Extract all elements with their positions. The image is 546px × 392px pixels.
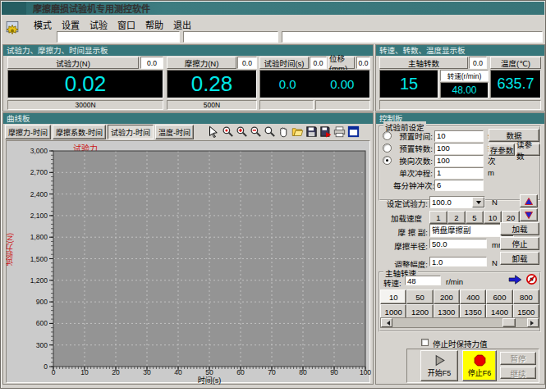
spindle-speed-label: 转速: <box>383 277 401 289</box>
friction-force-peak: 0.0 <box>237 57 257 69</box>
pretest-input-2[interactable]: 100 <box>434 143 484 154</box>
unload-button[interactable]: 卸载 <box>500 252 539 265</box>
export-icon[interactable] <box>319 125 332 138</box>
force-down-button[interactable] <box>520 208 538 221</box>
zoom-box-icon[interactable] <box>264 125 276 138</box>
friction-pair-value: 销盘摩擦副 <box>430 225 501 236</box>
force-up-button[interactable] <box>520 194 538 207</box>
menu-bar: 模式设置试验窗口帮助退出 <box>29 16 196 33</box>
spindle-speed-button-10[interactable]: 10 <box>380 289 406 304</box>
hold-force-checkbox[interactable] <box>421 339 429 346</box>
revolutions-peak: 0.0 <box>469 57 487 69</box>
speed-panel-header: 转速、转数、温度显示板 <box>376 45 544 56</box>
speed-display: 48.00 <box>440 82 489 98</box>
y-tick-label: 300 <box>23 341 48 349</box>
menu-item-1[interactable]: 模式 <box>29 16 57 33</box>
menu-item-5[interactable]: 帮助 <box>140 16 168 33</box>
y-tick-label: 1,500 <box>23 255 48 263</box>
start-play-icon <box>434 354 446 367</box>
scrollbar-right-icon[interactable] <box>527 318 539 327</box>
load-button[interactable]: 加载 <box>500 222 539 235</box>
pretest-label-4: 单次冲程: <box>393 167 433 179</box>
menu-item-6[interactable]: 退出 <box>168 16 196 33</box>
status-field-2 <box>183 31 278 43</box>
displacement-range-box <box>315 100 370 110</box>
force-panel-header: 试验力、摩擦力、时间显示板 <box>3 45 373 56</box>
spindle-stop-icon[interactable] <box>525 273 539 285</box>
revolutions-display: 15 <box>379 70 438 98</box>
spindle-start-icon[interactable] <box>508 274 523 285</box>
curve-tab-3[interactable]: 试验力-时间 <box>108 125 154 139</box>
pretest-input-1[interactable]: 10 <box>434 130 484 142</box>
start-button[interactable]: 开始F5 <box>420 350 458 381</box>
chart-plot[interactable] <box>53 151 365 367</box>
pan-hand-icon[interactable] <box>278 125 290 138</box>
y-tick-label: 600 <box>23 319 48 327</box>
load-speed-button-1[interactable]: 1 <box>429 211 447 224</box>
save-icon[interactable] <box>305 125 318 138</box>
set-force-value: 100.0 <box>430 197 472 207</box>
open-folder-icon[interactable] <box>291 125 304 138</box>
read-params-button[interactable]: 读参数 <box>516 144 540 156</box>
spindle-speed-button-800[interactable]: 800 <box>513 289 539 304</box>
spindle-speed-button-50[interactable]: 50 <box>406 289 433 304</box>
menu-item-4[interactable]: 窗口 <box>112 16 140 33</box>
temperature-label: 温度(℃) <box>490 57 541 69</box>
adjust-range-unit: N <box>492 258 498 267</box>
adjust-range-input[interactable]: 1.0 <box>429 257 487 267</box>
friction-radius-input[interactable]: 50.0 <box>429 239 487 248</box>
scrollbar-left-icon[interactable] <box>381 318 392 327</box>
zoom-out-icon[interactable] <box>250 125 262 138</box>
pretest-unit-3: 次 <box>488 155 496 166</box>
titlebar-left-segment <box>2 2 26 15</box>
stop-button[interactable]: 停止 <box>500 237 539 250</box>
window-icon[interactable] <box>347 125 360 138</box>
cursor-icon[interactable] <box>208 125 220 138</box>
pretest-label-2: 预置转数: <box>393 143 433 154</box>
set-force-label: 设定试验力: <box>379 198 428 209</box>
pause-button[interactable]: 暂停 <box>500 352 536 365</box>
y-tick-label: 1,800 <box>23 233 48 241</box>
pretest-radio-2[interactable] <box>383 144 392 153</box>
y-tick-label: 2,400 <box>23 190 48 198</box>
x-tick-label: 20 <box>106 368 126 376</box>
curve-tab-4[interactable]: 温度-时间 <box>155 125 194 139</box>
menu-item-3[interactable]: 试验 <box>85 16 112 33</box>
pretest-radio-1[interactable] <box>383 131 392 140</box>
app-icon[interactable] <box>3 18 21 41</box>
menu-item-2[interactable]: 设置 <box>57 16 85 33</box>
status-field-3 <box>282 31 543 43</box>
save-params-button[interactable]: 存参数 <box>489 144 515 156</box>
scrollbar-track[interactable] <box>392 318 527 327</box>
spindle-speed-input[interactable]: 48 <box>405 276 441 285</box>
scrollbar-thumb[interactable] <box>502 318 516 327</box>
zoom-in-icon[interactable] <box>236 125 248 138</box>
speed-panel-bottom-box <box>379 100 541 110</box>
load-speed-button-2[interactable]: 2 <box>447 211 466 224</box>
load-speed-button-5[interactable]: 5 <box>466 211 484 224</box>
pretest-input-4[interactable]: 1 <box>434 167 484 179</box>
print-icon[interactable] <box>333 125 346 138</box>
title-bar[interactable]: 摩擦磨损试验机专用测控软件 <box>2 2 544 15</box>
test-force-range: 3000N <box>7 100 163 110</box>
stop-run-button[interactable]: 停止F6 <box>462 350 497 381</box>
curve-tab-1[interactable]: 摩擦力-时间 <box>5 125 51 139</box>
zoom-full-icon[interactable] <box>222 125 234 138</box>
spindle-speed-button-400[interactable]: 400 <box>460 289 486 304</box>
pretest-input-5[interactable]: 6 <box>434 180 484 191</box>
set-force-dropdown-icon[interactable] <box>472 197 484 207</box>
pretest-radio-3[interactable] <box>383 156 392 165</box>
resume-button[interactable]: 继续 <box>500 367 536 379</box>
pretest-input-3[interactable]: 100 <box>434 155 484 166</box>
x-tick-label: 50 <box>200 368 219 376</box>
set-force-combo[interactable]: 100.0 <box>429 196 485 208</box>
displacement-peak: 0.0 <box>356 57 370 69</box>
curve-panel-header: 曲线板 <box>3 113 373 124</box>
spindle-speed-button-200[interactable]: 200 <box>434 289 460 304</box>
spindle-scrollbar[interactable] <box>380 317 539 328</box>
friction-force-label: 摩擦力(N) <box>167 57 236 69</box>
curve-tab-bar: 摩擦力-时间摩擦系数-时间试验力-时间温度-时间 <box>5 125 194 139</box>
curve-tab-2[interactable]: 摩擦系数-时间 <box>53 125 106 139</box>
load-speed-button-10[interactable]: 10 <box>484 211 502 224</box>
spindle-speed-button-600[interactable]: 600 <box>486 289 512 304</box>
